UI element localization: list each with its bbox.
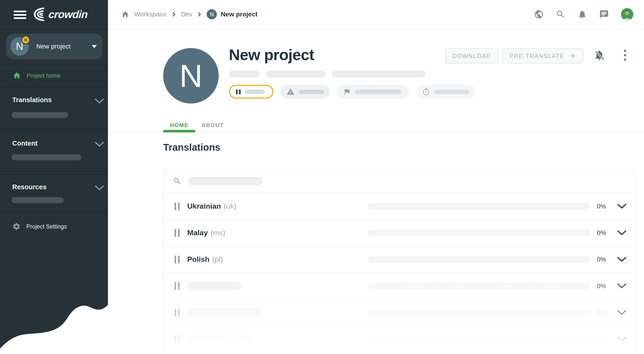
chevron-down-icon[interactable] (617, 336, 626, 342)
sidebar-section-resources[interactable]: Resources (12, 183, 46, 191)
divider (0, 29, 108, 29)
breadcrumb-dev[interactable]: Dev (181, 11, 192, 18)
progress-percent: 0% (594, 256, 609, 263)
project-meta-skeleton (229, 70, 426, 78)
project-switcher[interactable]: N New project (6, 33, 102, 59)
language-name-skeleton (187, 309, 262, 317)
sidebar-section-content[interactable]: Content (12, 140, 38, 147)
percent-skeleton (596, 335, 609, 343)
translations-card: Ukrainian (uk) 0% Malay (ms) 0% Polish (… (163, 169, 635, 354)
sidebar-section-translations[interactable]: Translations (12, 96, 52, 104)
divider (0, 129, 108, 129)
skeleton-placeholder (12, 154, 81, 160)
language-code: (pl) (212, 255, 223, 264)
breadcrumb-workspace[interactable]: Workspace (134, 11, 167, 18)
percent-skeleton (596, 309, 609, 317)
crowdin-logo-icon (32, 7, 47, 22)
translation-progress-bar (368, 283, 590, 289)
status-chip-timer[interactable] (416, 85, 476, 99)
arrow-right-icon (569, 52, 576, 60)
caret-down-icon (92, 45, 97, 48)
language-code: (ms) (210, 229, 226, 237)
skeleton-placeholder (299, 90, 324, 94)
messages-icon[interactable] (599, 9, 609, 19)
topbar: Workspace Dev N New project (108, 0, 644, 29)
sidebar: crowdin N New project Project home Trans… (0, 0, 108, 354)
drag-handle-icon[interactable] (173, 309, 181, 317)
translation-progress-bar (368, 257, 590, 263)
flag-icon (343, 88, 351, 96)
pause-icon (236, 89, 241, 94)
chevron-down-icon[interactable] (617, 283, 626, 289)
chevron-down-icon[interactable] (617, 230, 626, 236)
project-avatar: N (10, 37, 29, 56)
skeleton-placeholder (245, 90, 265, 94)
language-row[interactable]: 0% (164, 272, 634, 299)
project-avatar-large: N (163, 48, 219, 103)
tab-about[interactable]: ABOUT (195, 121, 230, 130)
status-chip-warning[interactable] (280, 85, 330, 99)
crowdin-logo[interactable]: crowdin (32, 7, 88, 22)
topbar-actions (534, 0, 633, 29)
chevron-down-icon[interactable] (95, 98, 104, 104)
breadcrumb-current: New project (221, 11, 258, 18)
language-row[interactable]: Malay (ms) 0% (164, 219, 634, 246)
page-title: New project (229, 46, 314, 63)
language-name: Polish (187, 255, 210, 264)
drag-handle-icon[interactable] (173, 202, 181, 210)
translation-progress-bar (369, 336, 591, 342)
sidebar-item-label: Project home (26, 72, 60, 79)
chevron-down-icon[interactable] (95, 185, 104, 191)
chevron-down-icon[interactable] (95, 142, 104, 147)
sidebar-item-project-home[interactable]: Project home (0, 64, 108, 87)
language-name-skeleton (187, 335, 252, 343)
search-icon (173, 177, 182, 186)
pre-translate-button[interactable]: PRE-TRANSLATE (502, 48, 584, 63)
drag-handle-icon[interactable] (173, 282, 181, 290)
header-buttons: DOWNLOAD PRE-TRANSLATE (445, 48, 584, 63)
progress-percent: 0% (594, 229, 609, 237)
language-name: Malay (187, 229, 208, 237)
skeleton-placeholder (355, 90, 401, 94)
progress-percent: 0% (594, 203, 609, 210)
language-name: Ukrainian (187, 202, 221, 211)
more-options-icon[interactable] (623, 49, 627, 61)
language-search[interactable] (164, 170, 634, 193)
status-chip-paused[interactable] (229, 85, 274, 99)
tab-home[interactable]: HOME (163, 121, 195, 130)
workspace-home-icon[interactable] (121, 10, 130, 18)
skeleton-placeholder (12, 197, 64, 203)
drag-handle-icon[interactable] (173, 335, 181, 343)
active-tab-indicator (163, 130, 195, 132)
chevron-down-icon[interactable] (617, 257, 626, 263)
language-row[interactable]: Polish (pl) 0% (164, 246, 634, 272)
warning-icon (286, 88, 295, 96)
skeleton-placeholder (12, 112, 68, 118)
sidebar-item-project-settings[interactable]: Project Settings (0, 217, 108, 236)
menu-icon[interactable] (14, 11, 26, 19)
breadcrumb-project-avatar: N (207, 9, 217, 19)
language-row[interactable] (164, 299, 634, 326)
breadcrumb: Workspace Dev N New project (121, 0, 258, 29)
chevron-right-icon (171, 12, 176, 17)
notifications-muted-icon[interactable] (594, 49, 605, 61)
language-list: Ukrainian (uk) 0% Malay (ms) 0% Polish (… (164, 193, 634, 352)
download-button[interactable]: DOWNLOAD (445, 48, 498, 63)
notifications-icon[interactable] (578, 9, 587, 19)
language-row[interactable]: Ukrainian (uk) 0% (164, 193, 634, 219)
status-chip-flag[interactable] (337, 85, 409, 99)
chevron-down-icon[interactable] (617, 203, 626, 209)
skeleton-placeholder (434, 90, 469, 94)
user-avatar[interactable] (621, 8, 633, 20)
language-name-skeleton (187, 282, 241, 290)
chevron-down-icon[interactable] (617, 310, 626, 316)
drag-handle-icon[interactable] (173, 256, 181, 263)
progress-percent: 0% (594, 282, 609, 290)
search-icon[interactable] (556, 9, 566, 19)
language-row[interactable] (164, 326, 634, 352)
crowdin-logo-text: crowdin (48, 8, 88, 20)
globe-icon[interactable] (534, 9, 544, 19)
divider (0, 86, 108, 87)
drag-handle-icon[interactable] (173, 229, 181, 237)
translation-progress-bar (368, 203, 590, 209)
